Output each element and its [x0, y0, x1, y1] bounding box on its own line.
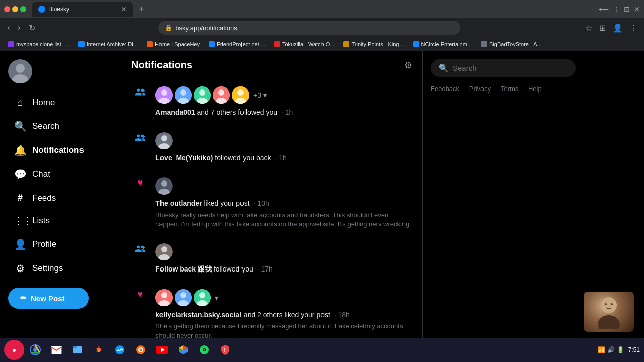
help-link[interactable]: Help [528, 85, 542, 93]
taskbar-messenger-icon[interactable] [110, 340, 130, 360]
tab-close-button[interactable]: ✕ [121, 5, 127, 13]
notif-text: Follow back 跟我 followed you · 17h [155, 264, 412, 275]
close-button[interactable]: ✕ [634, 5, 640, 13]
avatar-yukiko[interactable] [155, 132, 173, 149]
taskbar-chrome-icon[interactable] [25, 340, 45, 360]
bookmark-favicon [274, 41, 280, 47]
notification-item-1[interactable]: +3 ▾ Amanda001 and 7 others followed you… [121, 79, 422, 125]
avatar-like2[interactable] [175, 289, 192, 306]
battery-icon: 🔋 [617, 346, 624, 353]
browser-menu-button[interactable]: ⋮ [628, 21, 640, 35]
user-avatar[interactable] [8, 59, 32, 83]
bookmark-tokuzilla[interactable]: Tokuzilla - Watch O... [270, 40, 339, 48]
notification-item-3[interactable]: ♥ The outlander liked your post · 10h Bl… [121, 170, 422, 236]
avatar-outlander[interactable] [155, 177, 173, 195]
tab-title: Bluesky [48, 6, 69, 13]
terms-link[interactable]: Terms [501, 85, 518, 93]
privacy-link[interactable]: Privacy [469, 85, 491, 93]
taskbar-security-icon[interactable]: ! [215, 340, 235, 360]
browser-toolbar: ‹ › ↻ 🔒 bsky.app/notifications ☆ ⊞ 👤 ⋮ [0, 18, 644, 37]
bookmark-label: Home | SpaceHey [155, 41, 200, 47]
browser-toolbar-right: ☆ ⊞ 👤 ⋮ [583, 21, 640, 35]
notif-timestamp: · 1h [275, 154, 286, 162]
browser-tab-active[interactable]: Bluesky ✕ [32, 2, 133, 17]
bookmark-internet-archive[interactable]: Internet Archive: Di... [74, 40, 142, 48]
bookmark-spacehey[interactable]: Home | SpaceHey [143, 40, 204, 48]
avatar-2[interactable] [175, 86, 192, 104]
notif-post-preview: Bluesky really needs help with fake acco… [155, 211, 412, 229]
notif-icon-col [131, 243, 149, 275]
minimize-button[interactable]: ⟵ [599, 5, 609, 13]
extensions-button[interactable]: ⊞ [597, 21, 608, 35]
like-icon: ♥ [138, 177, 143, 188]
notifications-settings-button[interactable]: ⚙ [404, 60, 412, 71]
expand-followers-button[interactable]: +3 ▾ [253, 91, 267, 99]
sidebar-item-feeds[interactable]: # Feeds [8, 188, 113, 208]
taskbar-photos2-icon[interactable] [173, 340, 193, 360]
back-button[interactable]: ‹ [4, 21, 13, 34]
taskbar-gmail-icon[interactable] [46, 340, 66, 360]
bookmark-friendproject[interactable]: FriendProject.net ... [205, 40, 269, 48]
sidebar-item-home[interactable]: ⌂ Home [8, 92, 113, 113]
sidebar-item-settings[interactable]: ⚙ Settings [8, 257, 113, 280]
chat-icon: 💬 [14, 168, 26, 180]
search-box[interactable]: 🔍 [431, 59, 576, 77]
sidebar-item-lists[interactable]: ⋮⋮ Lists [8, 210, 113, 231]
sidebar-item-feeds-label: Feeds [32, 193, 56, 203]
notification-item-4[interactable]: Follow back 跟我 followed you · 17h [121, 236, 422, 282]
bookmark-favicon [413, 41, 419, 47]
reload-button[interactable]: ↻ [26, 21, 38, 35]
avatar-kelly[interactable] [155, 289, 173, 306]
sidebar-item-search[interactable]: 🔍 Search [8, 115, 113, 137]
search-input[interactable] [453, 64, 568, 72]
notif-actor-bold: The outlander [155, 199, 202, 207]
bookmark-star-button[interactable]: ☆ [583, 21, 594, 35]
notifications-title: Notifications [131, 59, 192, 71]
new-tab-button[interactable]: + [135, 4, 148, 15]
notif-content: Love_Me(Yukiko) followed you back · 1h [155, 132, 412, 163]
sidebar-item-search-label: Search [32, 121, 59, 131]
avatar-like3[interactable] [194, 289, 211, 306]
notification-item-2[interactable]: Love_Me(Yukiko) followed you back · 1h [121, 125, 422, 171]
address-bar[interactable]: 🔒 bsky.app/notifications [158, 21, 460, 35]
taskbar: ● [0, 338, 644, 362]
main-content: Notifications ⚙ [121, 51, 423, 362]
sidebar-item-settings-label: Settings [32, 263, 63, 274]
taskbar-youtube-icon[interactable] [152, 340, 172, 360]
svg-text:!: ! [224, 347, 225, 353]
avatar-5[interactable] [232, 86, 249, 104]
forward-button[interactable]: › [15, 21, 23, 34]
chevron-down-icon: ▾ [263, 91, 267, 99]
expand-likers-button[interactable]: ▾ [215, 294, 218, 302]
right-sidebar: 🔍 Feedback · Privacy · Terms · Help [423, 51, 584, 362]
taskbar-music-icon[interactable] [194, 340, 214, 360]
avatar-1[interactable] [155, 86, 173, 104]
notif-action-text: followed you back [215, 154, 271, 162]
notif-actor-bold: Follow back 跟我 [155, 265, 212, 273]
taskbar-system-icon[interactable]: ● [4, 340, 24, 360]
taskbar-photos-icon[interactable] [89, 340, 109, 360]
bookmark-bigbad[interactable]: BigBadToyStore - A... [477, 40, 546, 48]
sidebar: ⌂ Home 🔍 Search 🔔 Notifications 💬 Chat #… [0, 51, 121, 362]
profile-button[interactable]: 👤 [611, 21, 625, 35]
bookmark-trinity[interactable]: Trinity Points - King... [339, 40, 408, 48]
taskbar-store-icon[interactable] [131, 340, 151, 360]
bookmark-label: myspace clone list -... [16, 41, 69, 47]
feedback-link[interactable]: Feedback [431, 85, 459, 93]
more-options-button[interactable]: ⋮ [613, 5, 620, 13]
sidebar-item-notifications[interactable]: 🔔 Notifications [8, 139, 113, 161]
avatar-3[interactable] [194, 86, 211, 104]
new-post-button[interactable]: ✏ New Post [8, 288, 89, 309]
feeds-icon: # [14, 193, 26, 203]
bookmark-myspace[interactable]: myspace clone list -... [4, 40, 73, 48]
restore-button[interactable]: ⊡ [624, 5, 630, 13]
sidebar-item-profile[interactable]: 👤 Profile [8, 233, 113, 255]
avatar-4[interactable] [213, 86, 230, 104]
bookmark-favicon [8, 41, 14, 47]
bookmark-label: FriendProject.net ... [217, 41, 265, 47]
bookmark-ncircle[interactable]: NCircle Entertainm... [409, 40, 476, 48]
avatar-followback[interactable] [155, 243, 173, 260]
sidebar-item-chat[interactable]: 💬 Chat [8, 163, 113, 186]
new-post-label: New Post [31, 294, 65, 303]
taskbar-files-icon[interactable] [67, 340, 88, 360]
